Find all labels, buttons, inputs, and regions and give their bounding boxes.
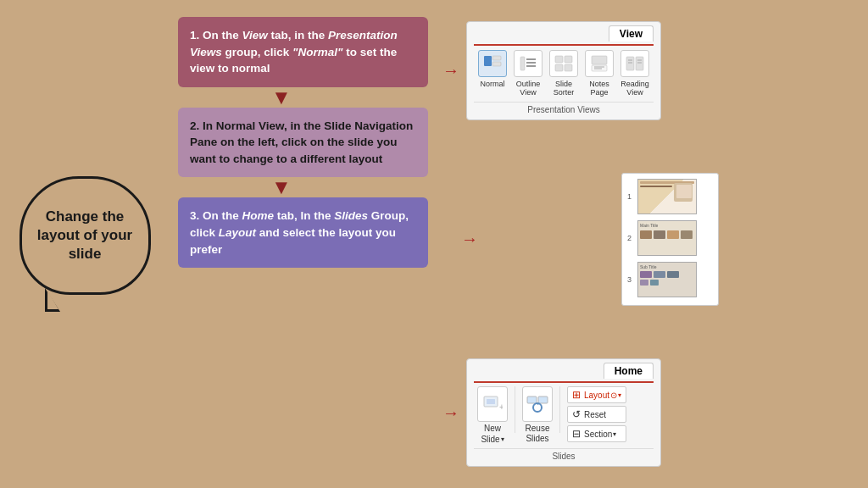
ribbon-view-content: Normal OutlineView [474, 44, 654, 99]
reset-icon: ↺ [572, 408, 581, 420]
slide-item-1[interactable]: 1 [626, 177, 715, 216]
ui-side: → View [441, 13, 855, 475]
down-arrow-1: ▼ [271, 87, 292, 108]
step-2-box: 2. In Normal View, in the Slide Navigati… [178, 108, 428, 178]
slide-thumb-3: Sub Title [637, 262, 697, 297]
h-arrow-1: → [442, 61, 459, 80]
reading-icon [620, 50, 649, 77]
new-slide-sublabel: Slide▾ [481, 435, 504, 444]
slide-sorter-btn[interactable]: SlideSorter [548, 50, 579, 97]
arrow-1-container: ▼ [178, 87, 428, 108]
notes-label: NotesPage [589, 80, 609, 97]
normal-view-btn[interactable]: Normal [477, 50, 508, 88]
svg-rect-10 [565, 64, 572, 71]
section-label: Section▾ [584, 430, 616, 439]
svg-rect-22 [487, 399, 495, 404]
ribbon-divider-1 [515, 386, 515, 433]
slide-number-3: 3 [627, 275, 634, 284]
step-1-box: 1. On the View tab, in the Presentation … [178, 17, 428, 87]
left-panel: Change the layout of your slide [0, 0, 170, 488]
svg-rect-25 [538, 396, 548, 403]
bubble-text: Change the layout of your slide [31, 208, 140, 263]
reset-label: Reset [584, 410, 606, 419]
slide-nav-panel: 1 2 Main Title [621, 173, 719, 306]
slide-item-2[interactable]: 2 Main Title [626, 219, 715, 258]
reset-btn[interactable]: ↺ Reset [567, 406, 626, 423]
bubble-body: Change the layout of your slide [19, 176, 151, 295]
ribbon-divider-2 [559, 386, 560, 433]
slide-item-3[interactable]: 3 Sub Title [626, 260, 715, 299]
step-1-text: 1. On the View tab, in the Presentation … [190, 29, 398, 75]
speech-bubble: Change the layout of your slide [19, 176, 151, 312]
svg-rect-9 [555, 64, 563, 71]
new-slide-label: New [484, 424, 501, 433]
view-tab[interactable]: View [609, 25, 654, 42]
svg-rect-2 [492, 62, 501, 66]
steps-side: 1. On the View tab, in the Presentation … [178, 13, 428, 475]
small-btns-group: ⊞ Layout⊙▾ ↺ Reset ⊟ Section▾ [567, 386, 626, 442]
arrow-2-container: ▼ [178, 177, 428, 197]
sorter-icon [549, 50, 578, 77]
normal-label: Normal [480, 80, 504, 88]
layout-icon: ⊞ [572, 389, 581, 401]
svg-rect-15 [626, 57, 634, 70]
view-ribbon-row: → View [441, 21, 855, 120]
step-3-text: 3. On the Home tab, In the Slides Group,… [190, 209, 409, 255]
svg-rect-11 [592, 56, 607, 64]
outline-icon [514, 50, 542, 77]
normal-icon [478, 50, 507, 77]
reuse-slides-btn[interactable]: ReuseSlides [522, 386, 553, 444]
reuse-slides-icon [522, 386, 553, 422]
svg-rect-0 [484, 56, 492, 66]
ribbon-view: View Normal [466, 21, 661, 120]
ribbon-home: Home + New [466, 358, 661, 467]
slide-number-1: 1 [627, 192, 634, 201]
notes-icon [585, 50, 614, 77]
reading-label: ReadingView [620, 80, 649, 97]
outline-label: OutlineView [516, 80, 541, 97]
step-3-box: 3. On the Home tab, In the Slides Group,… [178, 197, 428, 268]
section-btn[interactable]: ⊟ Section▾ [567, 425, 626, 442]
h-arrow-3: → [442, 403, 459, 423]
layout-btn[interactable]: ⊞ Layout⊙▾ [567, 386, 626, 403]
svg-rect-8 [565, 56, 572, 63]
down-arrow-2: ▼ [271, 177, 292, 197]
layout-label: Layout⊙▾ [584, 391, 621, 400]
svg-rect-24 [527, 396, 537, 403]
home-ribbon-row: → Home + [441, 358, 855, 467]
svg-rect-1 [492, 56, 501, 60]
outline-view-btn[interactable]: OutlineView [513, 50, 543, 97]
svg-text:+: + [499, 402, 503, 412]
reading-view-btn[interactable]: ReadingView [620, 50, 650, 97]
view-group-label: Presentation Views [474, 102, 654, 114]
slide-thumb-1 [637, 179, 697, 214]
h-arrow-2: → [461, 230, 478, 249]
slide-nav-row: → 1 2 [459, 173, 855, 306]
ribbon-home-content: + New Slide▾ [474, 381, 654, 446]
section-icon: ⊟ [572, 428, 581, 440]
svg-rect-7 [555, 56, 563, 63]
reuse-slides-label: ReuseSlides [526, 424, 550, 444]
home-tab[interactable]: Home [604, 363, 654, 379]
new-slide-btn[interactable]: + New Slide▾ [477, 386, 508, 444]
step-2-text: 2. In Normal View, in the Slide Navigati… [190, 119, 413, 165]
slide-thumb-2: Main Title [637, 220, 697, 256]
home-group-label: Slides [474, 448, 654, 461]
right-panel: 1. On the View tab, in the Presentation … [170, 0, 868, 488]
new-slide-icon: + [477, 386, 508, 422]
svg-rect-16 [636, 57, 643, 70]
svg-rect-3 [520, 57, 525, 70]
slide-number-2: 2 [627, 234, 634, 242]
sorter-label: SlideSorter [554, 80, 575, 97]
notes-page-btn[interactable]: NotesPage [584, 50, 615, 97]
